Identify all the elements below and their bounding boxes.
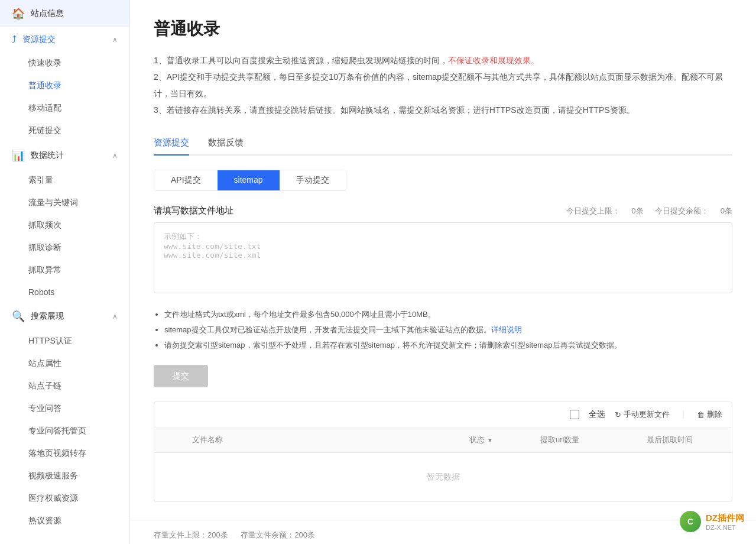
upload-icon: ⤴ — [12, 34, 17, 45]
sidebar-subitem-crawl-diag[interactable]: 抓取诊断 — [0, 237, 129, 259]
sidebar-subitem-landing-video[interactable]: 落地页视频转存 — [0, 442, 129, 465]
watermark-logo: C — [680, 511, 701, 532]
page-title: 普通收录 — [154, 18, 732, 40]
subtab-sitemap[interactable]: sitemap — [218, 170, 280, 190]
storage-limit: 存量文件上限：200条 — [154, 530, 228, 539]
note-1: 文件地址格式为txt或xml，每个地址文件最多包含50,000个网址且需小于10… — [164, 307, 732, 322]
sidebar-subitem-crawl-error[interactable]: 抓取异常 — [0, 259, 129, 281]
subtab-api[interactable]: API提交 — [154, 170, 218, 190]
divider: ｜ — [679, 409, 687, 420]
manual-update-button[interactable]: ↻ 手动更新文件 — [615, 409, 670, 420]
sidebar-subitem-site-prop[interactable]: 站点属性 — [0, 352, 129, 375]
sub-tab-bar: API提交 sitemap 手动提交 — [154, 170, 346, 191]
quota-label: 今日提交上限： — [566, 206, 620, 215]
sidebar-subitem-quick-index[interactable]: 快速收录 — [0, 52, 129, 75]
main-content: 普通收录 1、普通收录工具可以向百度搜索主动推送资源，缩短爬虫发现网站链接的时间… — [130, 0, 756, 544]
note-2: sitemap提交工具仅对已验证站点开放使用，开发者无法提交同一主域下其他未验证… — [164, 322, 732, 338]
sidebar: 🏠 站点信息 ⤴ 资源提交 ∧ 快速收录 普通收录 移动适配 死链提交 📊 数据… — [0, 0, 130, 544]
instructions-section: 1、普通收录工具可以向百度搜索主动推送资源，缩短爬虫发现网站链接的时间，不保证收… — [154, 52, 732, 118]
sidebar-subitem-medical-auth[interactable]: 医疗权威资源 — [0, 487, 129, 510]
stats-icon: 📊 — [12, 149, 25, 162]
sidebar-subitem-expert-qa-mgr[interactable]: 专业问答托管页 — [0, 420, 129, 442]
detail-link[interactable]: 详细说明 — [491, 325, 522, 334]
quota-value: 0条 — [631, 206, 643, 215]
note-3: 请勿提交索引型sitemap，索引型不予处理，且若存在索引型sitemap，将不… — [164, 338, 732, 353]
col-url-count: 提取url数量 — [531, 428, 637, 452]
sidebar-subitem-mobile-adapt[interactable]: 移动适配 — [0, 97, 129, 119]
sidebar-item-search-display[interactable]: 🔍 搜索展现 ∧ — [0, 303, 129, 330]
table-toolbar: 全选 ↻ 手动更新文件 ｜ 🗑 删除 — [154, 402, 732, 428]
tab-resource-submit[interactable]: 资源提交 — [154, 132, 189, 154]
remaining-label: 今日提交余额： — [655, 206, 709, 215]
delete-button[interactable]: 🗑 删除 — [697, 409, 722, 420]
storage-remaining: 存量文件余额：200条 — [241, 530, 315, 539]
subtab-manual[interactable]: 手动提交 — [280, 170, 346, 190]
sidebar-subitem-robots[interactable]: Robots — [0, 281, 129, 303]
sidebar-subitem-site-subchain[interactable]: 站点子链 — [0, 375, 129, 397]
sidebar-subitem-crawl-freq[interactable]: 抓取频次 — [0, 214, 129, 237]
watermark-text: DZ插件网 DZ-X.NET — [706, 513, 744, 531]
sidebar-subitem-traffic-keywords[interactable]: 流量与关键词 — [0, 192, 129, 214]
form-section: 请填写数据文件地址 今日提交上限： 0条 今日提交余额： 0条 示例如下： ww… — [154, 205, 732, 295]
form-label-row: 请填写数据文件地址 今日提交上限： 0条 今日提交余额： 0条 — [154, 205, 732, 216]
sort-icon[interactable]: ▼ — [487, 437, 493, 443]
sidebar-subitem-dead-link[interactable]: 死链提交 — [0, 119, 129, 142]
sidebar-item-site-info[interactable]: 🏠 站点信息 — [0, 0, 129, 27]
table-header: 文件名称 状态 ▼ 提取url数量 最后抓取时间 — [154, 428, 732, 453]
sidebar-subitem-https-cert[interactable]: HTTPS认证 — [0, 330, 129, 352]
form-label: 请填写数据文件地址 — [154, 205, 233, 216]
instruction-1: 1、普通收录工具可以向百度搜索主动推送资源，缩短爬虫发现网站链接的时间，不保证收… — [154, 52, 732, 69]
sidebar-subitem-video-fast[interactable]: 视频极速服务 — [0, 465, 129, 487]
sidebar-subitem-expert-qa[interactable]: 专业问答 — [0, 397, 129, 420]
page-footer: 存量文件上限：200条 存量文件余额：200条 — [130, 520, 756, 544]
chevron-up-icon: ∧ — [112, 35, 118, 44]
trash-icon: 🗑 — [697, 410, 705, 419]
col-status: 状态 ▼ — [460, 428, 531, 452]
sidebar-item-data-stats[interactable]: 📊 数据统计 ∧ — [0, 142, 129, 169]
home-icon: 🏠 — [12, 7, 25, 20]
sidebar-subitem-hot-resource[interactable]: 热议资源 — [0, 510, 129, 532]
search-icon: 🔍 — [12, 310, 25, 323]
tab-bar: 资源提交 数据反馈 — [154, 132, 732, 156]
submit-button[interactable]: 提交 — [154, 365, 208, 387]
chevron-down2-icon: ∧ — [112, 312, 118, 320]
url-input[interactable]: 示例如下： www.site.com/site.txt www.site.com… — [154, 222, 732, 293]
instruction-3: 3、若链接存在跳转关系，请直接提交跳转后链接。如网站换域名，需提交新域名资源；进… — [154, 102, 732, 118]
sidebar-item-resource-submit[interactable]: ⤴ 资源提交 ∧ — [0, 27, 129, 52]
chevron-down-icon: ∧ — [112, 151, 118, 160]
sidebar-subitem-index-count[interactable]: 索引量 — [0, 169, 129, 192]
watermark: C DZ插件网 DZ-X.NET — [680, 511, 744, 532]
form-quota: 今日提交上限： 0条 今日提交余额： 0条 — [557, 206, 732, 216]
select-all-checkbox[interactable] — [570, 410, 579, 419]
col-last-crawl: 最后抓取时间 — [637, 428, 732, 452]
notes-list: 文件地址格式为txt或xml，每个地址文件最多包含50,000个网址且需小于10… — [154, 307, 732, 353]
table-empty: 暂无数据 — [154, 453, 732, 501]
table-section: 全选 ↻ 手动更新文件 ｜ 🗑 删除 文件名称 状态 ▼ — [154, 401, 732, 502]
col-filename: 文件名称 — [183, 428, 460, 452]
watermark-logo-text: C — [687, 517, 693, 526]
refresh-icon: ↻ — [615, 410, 621, 419]
sidebar-subitem-normal-index[interactable]: 普通收录 — [0, 75, 129, 97]
instruction-2: 2、API提交和手动提交共享配额，每日至多提交10万条有价值的内容，sitema… — [154, 69, 732, 102]
col-checkbox — [154, 428, 183, 452]
tab-data-feedback[interactable]: 数据反馈 — [208, 132, 244, 154]
remaining-value: 0条 — [721, 206, 732, 215]
select-all-label: 全选 — [589, 409, 605, 420]
